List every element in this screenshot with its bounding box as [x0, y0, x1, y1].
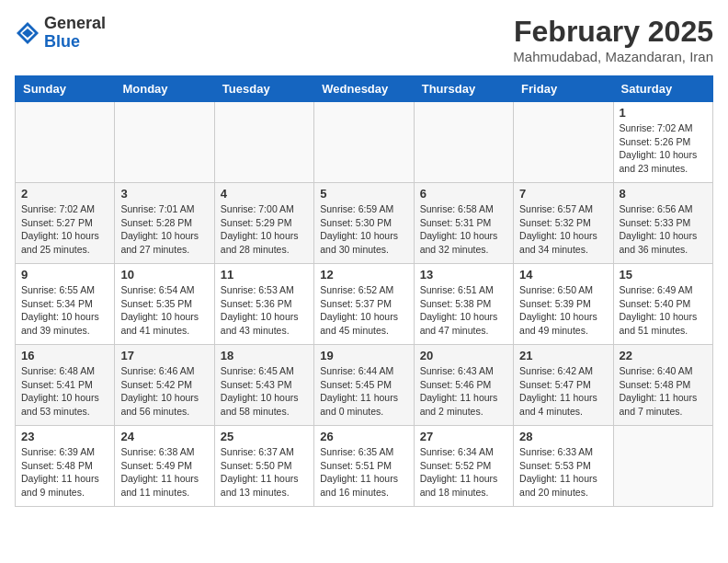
calendar-day: 15Sunrise: 6:49 AM Sunset: 5:40 PM Dayli… [613, 264, 712, 345]
weekday-header-saturday: Saturday [613, 76, 712, 102]
calendar-day: 14Sunrise: 6:50 AM Sunset: 5:39 PM Dayli… [514, 264, 613, 345]
calendar-day: 12Sunrise: 6:52 AM Sunset: 5:37 PM Dayli… [314, 264, 414, 345]
day-info: Sunrise: 6:54 AM Sunset: 5:35 PM Dayligh… [120, 283, 208, 338]
logo-icon [15, 20, 40, 46]
calendar-week-1: 1Sunrise: 7:02 AM Sunset: 5:26 PM Daylig… [16, 102, 713, 183]
day-number: 7 [519, 187, 607, 201]
day-info: Sunrise: 6:49 AM Sunset: 5:40 PM Dayligh… [620, 283, 707, 338]
day-number: 21 [519, 349, 607, 362]
day-number: 3 [120, 187, 208, 201]
calendar-day [613, 426, 712, 507]
day-info: Sunrise: 6:56 AM Sunset: 5:33 PM Dayligh… [620, 202, 707, 257]
calendar-day: 10Sunrise: 6:54 AM Sunset: 5:35 PM Dayli… [115, 264, 214, 345]
day-number: 23 [21, 430, 108, 443]
weekday-header-tuesday: Tuesday [214, 76, 313, 102]
day-number: 27 [420, 430, 507, 443]
day-number: 12 [320, 268, 407, 282]
calendar-day: 19Sunrise: 6:44 AM Sunset: 5:45 PM Dayli… [314, 345, 414, 426]
day-number: 11 [221, 268, 308, 282]
calendar-day [214, 102, 313, 183]
day-info: Sunrise: 6:50 AM Sunset: 5:39 PM Dayligh… [519, 283, 607, 338]
day-number: 19 [320, 349, 407, 362]
calendar-day: 24Sunrise: 6:38 AM Sunset: 5:49 PM Dayli… [115, 426, 214, 507]
calendar-day: 28Sunrise: 6:33 AM Sunset: 5:53 PM Dayli… [514, 426, 613, 507]
calendar-day: 13Sunrise: 6:51 AM Sunset: 5:38 PM Dayli… [414, 264, 513, 345]
calendar-day: 7Sunrise: 6:57 AM Sunset: 5:32 PM Daylig… [514, 183, 613, 264]
calendar-day: 8Sunrise: 6:56 AM Sunset: 5:33 PM Daylig… [613, 183, 712, 264]
calendar-day [16, 102, 115, 183]
calendar-day: 6Sunrise: 6:58 AM Sunset: 5:31 PM Daylig… [414, 183, 513, 264]
day-number: 6 [420, 187, 507, 201]
weekday-header-thursday: Thursday [414, 76, 513, 102]
day-info: Sunrise: 6:57 AM Sunset: 5:32 PM Dayligh… [519, 202, 607, 257]
day-info: Sunrise: 6:44 AM Sunset: 5:45 PM Dayligh… [320, 364, 407, 419]
page-header: General Blue February 2025 Mahmudabad, M… [15, 15, 713, 64]
weekday-header-sunday: Sunday [16, 76, 115, 102]
day-info: Sunrise: 6:43 AM Sunset: 5:46 PM Dayligh… [420, 364, 507, 419]
logo-general: General [44, 14, 106, 32]
day-number: 24 [120, 430, 208, 443]
day-info: Sunrise: 7:02 AM Sunset: 5:26 PM Dayligh… [620, 121, 707, 176]
calendar-week-5: 23Sunrise: 6:39 AM Sunset: 5:48 PM Dayli… [16, 426, 713, 507]
calendar-day: 26Sunrise: 6:35 AM Sunset: 5:51 PM Dayli… [314, 426, 414, 507]
day-number: 25 [221, 430, 308, 443]
day-number: 5 [320, 187, 407, 201]
calendar-day: 1Sunrise: 7:02 AM Sunset: 5:26 PM Daylig… [613, 102, 712, 183]
calendar-day [414, 102, 513, 183]
day-info: Sunrise: 6:48 AM Sunset: 5:41 PM Dayligh… [21, 364, 108, 419]
day-number: 4 [221, 187, 308, 201]
calendar-day: 18Sunrise: 6:45 AM Sunset: 5:43 PM Dayli… [214, 345, 313, 426]
day-number: 15 [620, 268, 707, 282]
calendar-day: 3Sunrise: 7:01 AM Sunset: 5:28 PM Daylig… [115, 183, 214, 264]
day-info: Sunrise: 6:38 AM Sunset: 5:49 PM Dayligh… [120, 445, 208, 500]
day-info: Sunrise: 6:40 AM Sunset: 5:48 PM Dayligh… [620, 364, 707, 419]
calendar-day: 11Sunrise: 6:53 AM Sunset: 5:36 PM Dayli… [214, 264, 313, 345]
day-number: 8 [620, 187, 707, 201]
calendar-week-4: 16Sunrise: 6:48 AM Sunset: 5:41 PM Dayli… [16, 345, 713, 426]
calendar-day [514, 102, 613, 183]
calendar-day [314, 102, 414, 183]
calendar-day: 23Sunrise: 6:39 AM Sunset: 5:48 PM Dayli… [16, 426, 115, 507]
calendar-day: 4Sunrise: 7:00 AM Sunset: 5:29 PM Daylig… [214, 183, 313, 264]
logo-blue: Blue [44, 32, 80, 51]
day-info: Sunrise: 6:51 AM Sunset: 5:38 PM Dayligh… [420, 283, 507, 338]
day-info: Sunrise: 6:33 AM Sunset: 5:53 PM Dayligh… [519, 445, 607, 500]
day-info: Sunrise: 6:37 AM Sunset: 5:50 PM Dayligh… [221, 445, 308, 500]
day-number: 9 [21, 268, 108, 282]
day-info: Sunrise: 7:01 AM Sunset: 5:28 PM Dayligh… [120, 202, 208, 257]
day-info: Sunrise: 6:35 AM Sunset: 5:51 PM Dayligh… [320, 445, 407, 500]
day-number: 1 [620, 106, 707, 120]
day-number: 14 [519, 268, 607, 282]
calendar-day: 9Sunrise: 6:55 AM Sunset: 5:34 PM Daylig… [16, 264, 115, 345]
day-number: 2 [21, 187, 108, 201]
calendar-day: 21Sunrise: 6:42 AM Sunset: 5:47 PM Dayli… [514, 345, 613, 426]
day-number: 26 [320, 430, 407, 443]
weekday-header-row: SundayMondayTuesdayWednesdayThursdayFrid… [16, 76, 713, 102]
day-number: 22 [620, 349, 707, 362]
calendar-week-3: 9Sunrise: 6:55 AM Sunset: 5:34 PM Daylig… [16, 264, 713, 345]
day-number: 13 [420, 268, 507, 282]
calendar-day: 17Sunrise: 6:46 AM Sunset: 5:42 PM Dayli… [115, 345, 214, 426]
logo: General Blue [15, 15, 106, 52]
logo-text: General Blue [44, 15, 106, 52]
calendar-table: SundayMondayTuesdayWednesdayThursdayFrid… [15, 75, 713, 507]
day-info: Sunrise: 6:45 AM Sunset: 5:43 PM Dayligh… [221, 364, 308, 419]
day-info: Sunrise: 6:55 AM Sunset: 5:34 PM Dayligh… [21, 283, 108, 338]
day-info: Sunrise: 6:34 AM Sunset: 5:52 PM Dayligh… [420, 445, 507, 500]
day-number: 28 [519, 430, 607, 443]
calendar-day: 20Sunrise: 6:43 AM Sunset: 5:46 PM Dayli… [414, 345, 513, 426]
day-number: 10 [120, 268, 208, 282]
day-info: Sunrise: 6:53 AM Sunset: 5:36 PM Dayligh… [221, 283, 308, 338]
day-number: 16 [21, 349, 108, 362]
weekday-header-monday: Monday [115, 76, 214, 102]
calendar-day: 22Sunrise: 6:40 AM Sunset: 5:48 PM Dayli… [613, 345, 712, 426]
calendar-day: 27Sunrise: 6:34 AM Sunset: 5:52 PM Dayli… [414, 426, 513, 507]
day-info: Sunrise: 7:00 AM Sunset: 5:29 PM Dayligh… [221, 202, 308, 257]
day-number: 20 [420, 349, 507, 362]
day-info: Sunrise: 6:46 AM Sunset: 5:42 PM Dayligh… [120, 364, 208, 419]
weekday-header-wednesday: Wednesday [314, 76, 414, 102]
day-info: Sunrise: 6:52 AM Sunset: 5:37 PM Dayligh… [320, 283, 407, 338]
location-subtitle: Mahmudabad, Mazandaran, Iran [513, 49, 713, 64]
month-title: February 2025 [513, 15, 713, 49]
day-info: Sunrise: 6:42 AM Sunset: 5:47 PM Dayligh… [519, 364, 607, 419]
